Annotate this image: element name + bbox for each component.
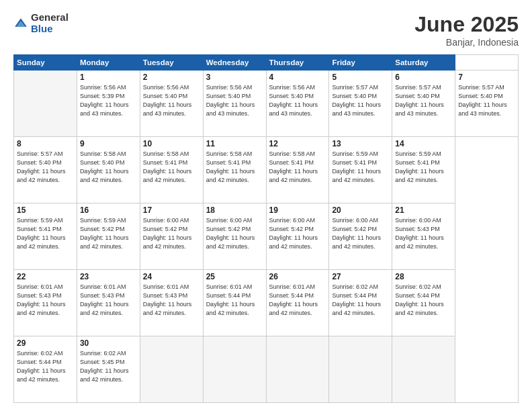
table-row xyxy=(266,336,329,403)
day-number: 4 xyxy=(269,73,326,82)
calendar-table: Sunday Monday Tuesday Wednesday Thursday… xyxy=(13,54,519,403)
table-row: 10Sunrise: 5:58 AM Sunset: 5:41 PM Dayli… xyxy=(140,137,203,203)
day-info: Sunrise: 6:01 AM Sunset: 5:43 PM Dayligh… xyxy=(80,283,137,318)
calendar-week-row: 8Sunrise: 5:57 AM Sunset: 5:40 PM Daylig… xyxy=(14,137,519,203)
table-row: 14Sunrise: 5:59 AM Sunset: 5:41 PM Dayli… xyxy=(392,137,455,203)
day-info: Sunrise: 6:02 AM Sunset: 5:44 PM Dayligh… xyxy=(332,283,389,318)
table-row: 11Sunrise: 5:58 AM Sunset: 5:41 PM Dayli… xyxy=(203,137,266,203)
table-row: 1Sunrise: 5:56 AM Sunset: 5:39 PM Daylig… xyxy=(77,71,140,137)
logo-general-text: General xyxy=(31,12,69,24)
table-row xyxy=(140,336,203,403)
page: General Blue June 2025 Banjar, Indonesia… xyxy=(0,0,532,411)
table-row: 29Sunrise: 6:02 AM Sunset: 5:44 PM Dayli… xyxy=(14,336,77,403)
col-friday: Friday xyxy=(329,55,392,71)
day-number: 25 xyxy=(206,272,263,281)
day-number: 27 xyxy=(332,272,389,281)
table-row: 6Sunrise: 5:57 AM Sunset: 5:40 PM Daylig… xyxy=(392,71,455,137)
day-number: 8 xyxy=(17,139,74,148)
table-row: 8Sunrise: 5:57 AM Sunset: 5:40 PM Daylig… xyxy=(14,137,77,203)
title-block: June 2025 Banjar, Indonesia xyxy=(414,12,519,48)
table-row: 27Sunrise: 6:02 AM Sunset: 5:44 PM Dayli… xyxy=(329,270,392,336)
col-thursday: Thursday xyxy=(266,55,329,71)
title-month: June 2025 xyxy=(414,12,519,37)
day-number: 18 xyxy=(206,205,263,215)
day-number: 20 xyxy=(332,205,389,215)
day-number: 28 xyxy=(395,272,452,281)
day-number: 29 xyxy=(17,338,74,348)
table-row xyxy=(392,336,455,403)
calendar-week-row: 29Sunrise: 6:02 AM Sunset: 5:44 PM Dayli… xyxy=(14,336,519,403)
day-info: Sunrise: 6:02 AM Sunset: 5:44 PM Dayligh… xyxy=(395,283,452,318)
table-row: 13Sunrise: 5:59 AM Sunset: 5:41 PM Dayli… xyxy=(329,137,392,203)
header: General Blue June 2025 Banjar, Indonesia xyxy=(13,12,519,48)
day-number: 13 xyxy=(332,139,389,148)
col-saturday: Saturday xyxy=(392,55,455,71)
calendar-week-row: 1Sunrise: 5:56 AM Sunset: 5:39 PM Daylig… xyxy=(14,71,519,137)
day-info: Sunrise: 5:58 AM Sunset: 5:41 PM Dayligh… xyxy=(143,150,200,185)
day-number: 26 xyxy=(269,272,326,281)
table-row: 18Sunrise: 6:00 AM Sunset: 5:42 PM Dayli… xyxy=(203,203,266,270)
table-row: 12Sunrise: 5:58 AM Sunset: 5:41 PM Dayli… xyxy=(266,137,329,203)
day-info: Sunrise: 5:59 AM Sunset: 5:41 PM Dayligh… xyxy=(332,150,389,185)
col-monday: Monday xyxy=(77,55,140,71)
day-info: Sunrise: 5:56 AM Sunset: 5:40 PM Dayligh… xyxy=(206,83,263,118)
table-row xyxy=(14,71,77,137)
day-number: 30 xyxy=(80,338,137,348)
table-row: 17Sunrise: 6:00 AM Sunset: 5:42 PM Dayli… xyxy=(140,203,203,270)
table-row: 22Sunrise: 6:01 AM Sunset: 5:43 PM Dayli… xyxy=(14,270,77,336)
logo-text: General Blue xyxy=(31,12,69,34)
day-number: 15 xyxy=(17,205,74,215)
day-number: 5 xyxy=(332,73,389,82)
day-info: Sunrise: 5:56 AM Sunset: 5:39 PM Dayligh… xyxy=(80,83,137,118)
day-info: Sunrise: 6:02 AM Sunset: 5:44 PM Dayligh… xyxy=(17,349,74,384)
day-info: Sunrise: 5:59 AM Sunset: 5:41 PM Dayligh… xyxy=(17,216,74,251)
day-number: 16 xyxy=(80,205,137,215)
title-location: Banjar, Indonesia xyxy=(414,37,519,48)
table-row: 28Sunrise: 6:02 AM Sunset: 5:44 PM Dayli… xyxy=(392,270,455,336)
day-info: Sunrise: 5:56 AM Sunset: 5:40 PM Dayligh… xyxy=(269,83,326,118)
day-info: Sunrise: 5:58 AM Sunset: 5:40 PM Dayligh… xyxy=(80,150,137,185)
day-info: Sunrise: 5:57 AM Sunset: 5:40 PM Dayligh… xyxy=(458,83,515,118)
day-info: Sunrise: 6:00 AM Sunset: 5:42 PM Dayligh… xyxy=(206,216,263,251)
logo-icon xyxy=(13,17,28,32)
table-row: 16Sunrise: 5:59 AM Sunset: 5:42 PM Dayli… xyxy=(77,203,140,270)
col-sunday: Sunday xyxy=(14,55,77,71)
day-info: Sunrise: 5:58 AM Sunset: 5:41 PM Dayligh… xyxy=(269,150,326,185)
day-info: Sunrise: 6:01 AM Sunset: 5:43 PM Dayligh… xyxy=(143,283,200,318)
table-row: 30Sunrise: 6:02 AM Sunset: 5:45 PM Dayli… xyxy=(77,336,140,403)
table-row: 5Sunrise: 5:57 AM Sunset: 5:40 PM Daylig… xyxy=(329,71,392,137)
day-number: 1 xyxy=(80,73,137,82)
day-info: Sunrise: 5:57 AM Sunset: 5:40 PM Dayligh… xyxy=(395,83,452,118)
table-row: 15Sunrise: 5:59 AM Sunset: 5:41 PM Dayli… xyxy=(14,203,77,270)
day-info: Sunrise: 5:58 AM Sunset: 5:41 PM Dayligh… xyxy=(206,150,263,185)
day-number: 12 xyxy=(269,139,326,148)
calendar-week-row: 22Sunrise: 6:01 AM Sunset: 5:43 PM Dayli… xyxy=(14,270,519,336)
table-row: 25Sunrise: 6:01 AM Sunset: 5:44 PM Dayli… xyxy=(203,270,266,336)
table-row xyxy=(329,336,392,403)
day-info: Sunrise: 5:57 AM Sunset: 5:40 PM Dayligh… xyxy=(332,83,389,118)
table-row: 26Sunrise: 6:01 AM Sunset: 5:44 PM Dayli… xyxy=(266,270,329,336)
table-row: 21Sunrise: 6:00 AM Sunset: 5:43 PM Dayli… xyxy=(392,203,455,270)
day-number: 3 xyxy=(206,73,263,82)
table-row: 3Sunrise: 5:56 AM Sunset: 5:40 PM Daylig… xyxy=(203,71,266,137)
day-info: Sunrise: 6:01 AM Sunset: 5:44 PM Dayligh… xyxy=(269,283,326,318)
day-number: 11 xyxy=(206,139,263,148)
table-row: 20Sunrise: 6:00 AM Sunset: 5:42 PM Dayli… xyxy=(329,203,392,270)
table-row: 24Sunrise: 6:01 AM Sunset: 5:43 PM Dayli… xyxy=(140,270,203,336)
day-number: 19 xyxy=(269,205,326,215)
table-row: 19Sunrise: 6:00 AM Sunset: 5:42 PM Dayli… xyxy=(266,203,329,270)
logo-blue-text: Blue xyxy=(31,24,69,35)
day-info: Sunrise: 6:02 AM Sunset: 5:45 PM Dayligh… xyxy=(80,349,137,384)
day-number: 22 xyxy=(17,272,74,281)
day-info: Sunrise: 6:00 AM Sunset: 5:43 PM Dayligh… xyxy=(395,216,452,251)
calendar-header-row: Sunday Monday Tuesday Wednesday Thursday… xyxy=(14,55,519,71)
calendar-week-row: 15Sunrise: 5:59 AM Sunset: 5:41 PM Dayli… xyxy=(14,203,519,270)
day-info: Sunrise: 6:00 AM Sunset: 5:42 PM Dayligh… xyxy=(269,216,326,251)
day-number: 17 xyxy=(143,205,200,215)
table-row: 9Sunrise: 5:58 AM Sunset: 5:40 PM Daylig… xyxy=(77,137,140,203)
logo: General Blue xyxy=(13,12,69,34)
day-info: Sunrise: 6:00 AM Sunset: 5:42 PM Dayligh… xyxy=(143,216,200,251)
day-info: Sunrise: 5:57 AM Sunset: 5:40 PM Dayligh… xyxy=(17,150,74,185)
day-info: Sunrise: 6:00 AM Sunset: 5:42 PM Dayligh… xyxy=(332,216,389,251)
day-info: Sunrise: 5:56 AM Sunset: 5:40 PM Dayligh… xyxy=(143,83,200,118)
